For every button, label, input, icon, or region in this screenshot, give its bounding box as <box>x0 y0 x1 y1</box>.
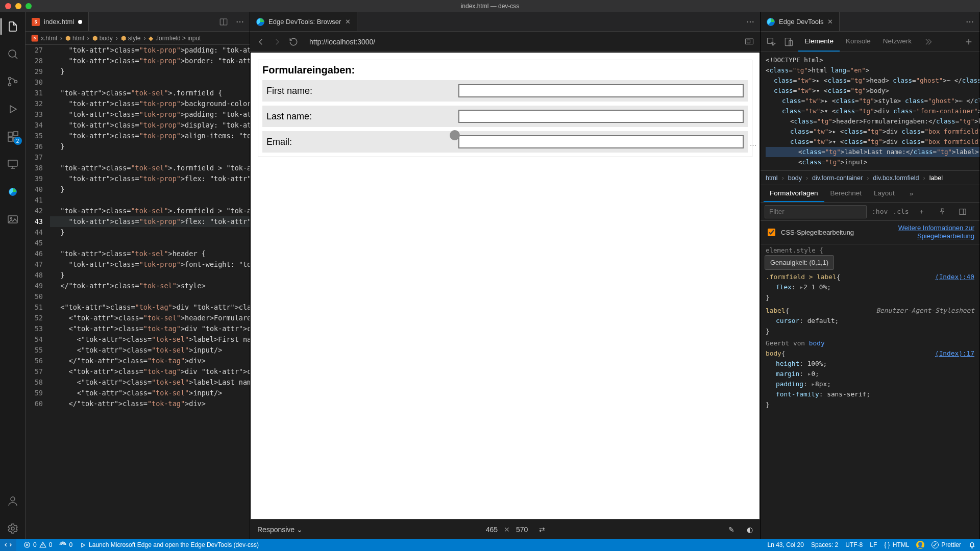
tab-index-html[interactable]: 5 index.html <box>26 12 89 31</box>
subtab-layout[interactable]: Layout <box>868 185 901 202</box>
back-icon[interactable] <box>255 36 266 47</box>
svg-point-14 <box>236 21 238 22</box>
settings-gear-icon[interactable] <box>1 518 25 539</box>
live-preview-icon[interactable]: 👤 <box>916 541 924 549</box>
close-window-icon[interactable] <box>5 3 11 9</box>
panel-console[interactable]: Konsole <box>840 32 877 52</box>
source-link[interactable]: (Index):17 <box>935 348 974 359</box>
browser-tabs: Edge DevTools: Browser ✕ <box>250 12 760 32</box>
more-actions-icon[interactable] <box>965 17 974 27</box>
subtab-styles[interactable]: Formatvorlagen <box>764 185 824 202</box>
svg-point-12 <box>11 527 14 530</box>
tab-edge-devtools[interactable]: Edge DevTools ✕ <box>761 12 840 31</box>
problems-indicator[interactable]: 0 0 <box>23 541 52 548</box>
forward-icon[interactable] <box>272 36 283 47</box>
browser-viewport[interactable]: Formulareingaben: First name: Last name:… <box>250 52 760 519</box>
input-last-name[interactable] <box>458 110 744 123</box>
remote-explorer-icon[interactable] <box>1 154 25 174</box>
explorer-icon[interactable] <box>1 16 25 37</box>
ports-indicator[interactable]: 0 <box>59 541 72 548</box>
element-style-header: element.style { <box>761 244 979 254</box>
resize-handle-icon[interactable] <box>450 130 460 140</box>
eyedropper-icon[interactable]: ✎ <box>728 525 734 534</box>
label-last-name: Last name: <box>266 111 454 122</box>
code-content[interactable]: "tok-attr">class="tok-prop">padding: "to… <box>50 45 250 539</box>
vision-deficiency-icon[interactable]: ◐ <box>747 525 753 534</box>
device-mode-select[interactable]: Responsive ⌄ <box>257 525 303 534</box>
encoding[interactable]: UTF-8 <box>845 541 863 548</box>
edge-icon <box>767 18 775 26</box>
editor-group-devtools: Edge DevTools ✕ Elemente Konsole Netzwer… <box>761 12 980 539</box>
input-first-name[interactable] <box>458 84 744 97</box>
svg-point-23 <box>969 21 971 22</box>
run-debug-icon[interactable] <box>1 99 25 119</box>
split-editor-icon[interactable] <box>219 17 228 27</box>
styles-filter-input[interactable] <box>765 205 867 218</box>
panel-layout-icon[interactable] <box>955 204 970 219</box>
more-panels-icon[interactable] <box>920 34 935 49</box>
tab-edge-browser[interactable]: Edge DevTools: Browser ✕ <box>250 12 357 31</box>
prettier-status[interactable]: ✓ Prettier <box>932 541 961 548</box>
input-email[interactable] <box>458 135 744 148</box>
panel-network[interactable]: Netzwerk <box>877 32 918 52</box>
extensions-icon[interactable]: 2 <box>1 127 25 147</box>
rotate-icon[interactable]: ⇄ <box>539 525 545 534</box>
maximize-window-icon[interactable] <box>26 3 32 9</box>
language-mode[interactable]: { } HTML <box>884 541 909 548</box>
close-tab-icon[interactable]: ✕ <box>345 18 351 26</box>
device-emulation-icon[interactable] <box>781 34 796 49</box>
inspect-element-icon[interactable] <box>764 34 779 49</box>
edge-tools-icon[interactable] <box>1 182 25 202</box>
screencast-icon[interactable] <box>744 36 755 47</box>
notifications-icon[interactable] <box>968 541 976 549</box>
overflow-icon[interactable]: ⋯ <box>750 141 756 149</box>
styles-subtabs: Formatvorlagen Berechnet Layout » <box>761 185 979 203</box>
pin-icon[interactable] <box>935 204 950 219</box>
search-icon[interactable] <box>1 44 25 64</box>
image-preview-icon[interactable] <box>1 209 25 230</box>
svg-point-0 <box>9 50 16 57</box>
cls-toggle[interactable]: .cls <box>893 208 909 215</box>
css-mirror-info-link[interactable]: Weitere Informationen zur Spiegelbearbei… <box>858 224 974 241</box>
svg-point-24 <box>972 21 973 22</box>
status-bar: 0 0 0 Launch Microsoft Edge and open the… <box>0 539 980 551</box>
account-icon[interactable] <box>1 491 25 511</box>
source-control-icon[interactable] <box>1 71 25 92</box>
svg-rect-8 <box>8 160 17 166</box>
indentation[interactable]: Spaces: 2 <box>811 541 838 548</box>
breadcrumb[interactable]: 5 x.html › ⬢ html › ⬢ body › ⬢ style › ◆… <box>26 32 250 45</box>
specificity-tooltip: Genauigkeit: (0,1,1) <box>765 255 834 270</box>
add-panel-icon[interactable] <box>961 34 976 49</box>
panel-elements[interactable]: Elemente <box>798 32 840 52</box>
dom-tree[interactable]: <!DOCTYPE html><class="tg">html lang="en… <box>761 52 979 171</box>
css-mirror-checkbox[interactable] <box>768 229 775 236</box>
styles-pane[interactable]: .formfield > label {(Index):40 flex: ▸2 … <box>761 269 979 413</box>
svg-rect-5 <box>8 137 12 141</box>
svg-rect-28 <box>960 209 966 214</box>
cursor-position[interactable]: Ln 43, Col 20 <box>768 541 804 548</box>
dom-breadcrumb[interactable]: html› body› div.form-container› div.box.… <box>761 171 979 185</box>
address-bar[interactable]: http://localhost:3000/ <box>304 35 739 49</box>
more-subtabs-icon[interactable]: » <box>904 186 919 202</box>
reload-icon[interactable] <box>288 36 299 47</box>
minimize-window-icon[interactable] <box>15 3 21 9</box>
code-editor[interactable]: 2728293031323334353637383940414243444546… <box>26 45 250 539</box>
label-email: Email: <box>266 137 454 147</box>
viewport-width[interactable]: 465 <box>486 525 498 534</box>
viewport-height[interactable]: 570 <box>516 525 528 534</box>
more-actions-icon[interactable] <box>746 17 755 27</box>
dimension-separator-icon: ✕ <box>504 525 510 534</box>
new-style-rule-icon[interactable]: ＋ <box>914 204 929 219</box>
close-tab-icon[interactable]: ✕ <box>827 18 833 26</box>
eol[interactable]: LF <box>870 541 877 548</box>
hov-toggle[interactable]: :hov <box>872 208 888 215</box>
devtools-tab-actions <box>960 12 979 31</box>
svg-point-15 <box>239 21 241 22</box>
form-container: Formulareingaben: First name: Last name:… <box>258 60 752 157</box>
source-link[interactable]: (Index):40 <box>935 272 974 282</box>
subtab-computed[interactable]: Berechnet <box>824 185 868 202</box>
browser-tab-actions <box>741 12 760 31</box>
remote-indicator[interactable] <box>0 539 16 551</box>
more-actions-icon[interactable] <box>235 17 244 27</box>
launch-task-button[interactable]: Launch Microsoft Edge and open the Edge … <box>80 541 259 548</box>
